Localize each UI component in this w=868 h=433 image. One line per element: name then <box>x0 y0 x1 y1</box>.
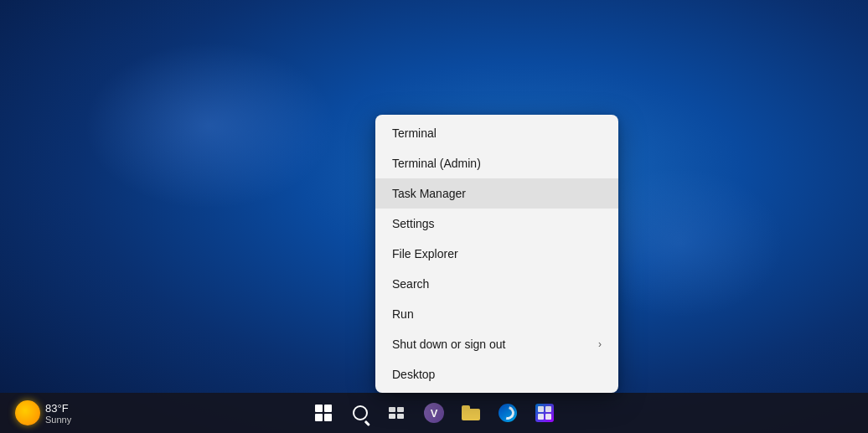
edge-button[interactable] <box>491 396 524 430</box>
store-button[interactable] <box>528 396 561 430</box>
store-icon <box>535 404 554 422</box>
weather-text: 83°F Sunny <box>45 402 71 425</box>
file-explorer-button[interactable] <box>454 396 488 430</box>
taskbar-center-icons: V <box>307 396 561 430</box>
menu-item-desktop[interactable]: Desktop <box>375 359 618 389</box>
menu-item-file-explorer[interactable]: File Explorer <box>375 239 618 269</box>
menu-item-search-label: Search <box>392 277 429 291</box>
svg-rect-0 <box>538 406 544 412</box>
menu-item-settings[interactable]: Settings <box>375 209 618 239</box>
start-button[interactable] <box>307 396 340 430</box>
menu-item-task-manager[interactable]: Task Manager <box>375 178 618 209</box>
weather-sun-icon <box>15 400 40 425</box>
svg-rect-2 <box>538 414 544 420</box>
menu-item-run-label: Run <box>392 307 414 321</box>
edge-icon <box>499 404 517 422</box>
chat-icon: V <box>424 403 444 423</box>
submenu-arrow-icon: › <box>598 338 602 350</box>
windows-logo-icon <box>315 405 332 421</box>
menu-item-search[interactable]: Search <box>375 269 618 299</box>
taskbar: 83°F Sunny <box>0 393 868 433</box>
menu-item-terminal-admin[interactable]: Terminal (Admin) <box>375 148 618 178</box>
menu-item-terminal[interactable]: Terminal <box>375 118 618 148</box>
svg-rect-1 <box>545 406 551 412</box>
weather-condition: Sunny <box>45 415 71 425</box>
menu-item-settings-label: Settings <box>392 217 435 230</box>
weather-widget[interactable]: 83°F Sunny <box>7 397 80 429</box>
menu-item-shutdown[interactable]: Shut down or sign out › <box>375 329 618 359</box>
desktop: Terminal Terminal (Admin) Task Manager S… <box>0 0 868 433</box>
chat-button[interactable]: V <box>417 396 451 430</box>
svg-rect-3 <box>545 414 551 420</box>
menu-item-run[interactable]: Run <box>375 299 618 329</box>
task-view-button[interactable] <box>380 396 414 430</box>
menu-item-terminal-label: Terminal <box>392 126 437 140</box>
context-menu: Terminal Terminal (Admin) Task Manager S… <box>375 115 618 393</box>
search-icon <box>353 405 368 420</box>
weather-temperature: 83°F <box>45 402 71 415</box>
taskbar-search-button[interactable] <box>344 396 377 430</box>
menu-item-task-manager-label: Task Manager <box>392 187 466 200</box>
folder-icon <box>462 405 480 420</box>
task-view-icon <box>389 407 406 419</box>
menu-item-terminal-admin-label: Terminal (Admin) <box>392 157 481 170</box>
menu-item-file-explorer-label: File Explorer <box>392 247 458 260</box>
menu-item-shutdown-label: Shut down or sign out <box>392 338 505 351</box>
menu-item-desktop-label: Desktop <box>392 368 435 381</box>
